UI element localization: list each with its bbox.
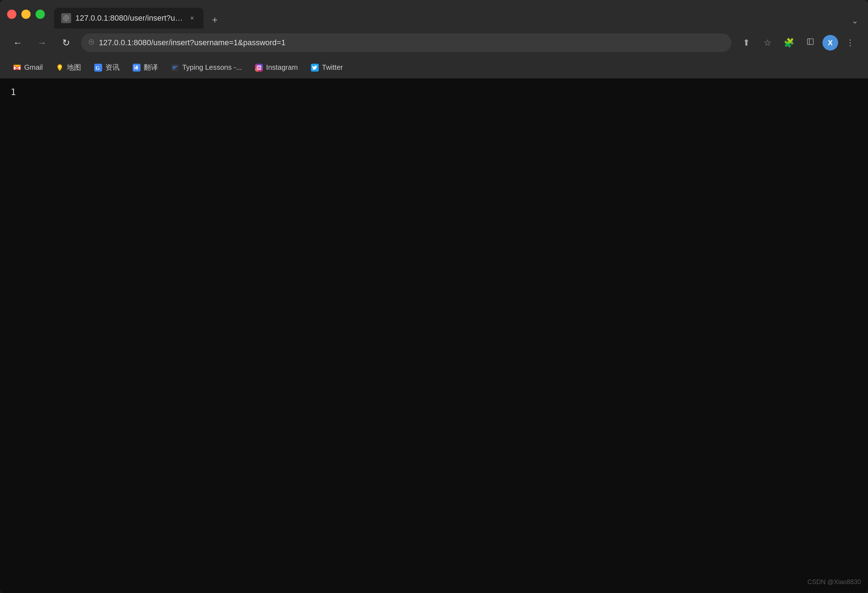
- bookmark-button[interactable]: ☆: [759, 34, 777, 52]
- profile-button[interactable]: X: [822, 35, 838, 50]
- svg-rect-12: [173, 66, 178, 67]
- tab-close-button[interactable]: ×: [188, 14, 196, 22]
- news-label: 资讯: [105, 63, 120, 72]
- menu-icon: ⋮: [846, 38, 855, 48]
- maps-icon: [56, 64, 64, 72]
- bookmark-maps[interactable]: 地图: [50, 61, 87, 74]
- nav-actions: ⬆ ☆ 🧩 X ⋮: [737, 34, 859, 52]
- translate-label: 翻译: [144, 63, 158, 72]
- gmail-icon: [13, 64, 21, 72]
- gmail-label: Gmail: [24, 64, 43, 71]
- page-content: 1: [0, 78, 868, 593]
- new-tab-button[interactable]: +: [206, 11, 223, 28]
- reload-button[interactable]: ↻: [57, 34, 75, 52]
- svg-rect-14: [173, 68, 175, 69]
- url-text: 127.0.0.1:8080/user/insert?username=1&pa…: [99, 38, 724, 47]
- lock-icon: [88, 39, 94, 47]
- svg-point-6: [59, 65, 61, 67]
- typing-icon: [171, 64, 179, 72]
- extension-button[interactable]: 🧩: [780, 34, 798, 52]
- tab-favicon: [61, 13, 71, 23]
- reload-icon: ↻: [62, 37, 70, 49]
- address-bar[interactable]: 127.0.0.1:8080/user/insert?username=1&pa…: [81, 34, 731, 52]
- page-response-text: 1: [11, 86, 857, 99]
- title-bar: 127.0.0.1:8080/user/insert?use... × + ⌄: [0, 0, 868, 28]
- share-button[interactable]: ⬆: [737, 34, 756, 52]
- svg-rect-13: [173, 67, 176, 68]
- bookmarks-bar: Gmail 地图 G 资讯: [0, 57, 868, 78]
- typing-label: Typing Lessons -...: [182, 64, 242, 71]
- star-icon: ☆: [764, 38, 772, 48]
- nav-bar: ← → ↻ 127.0.0.1:8080/user/insert?usernam…: [0, 28, 868, 57]
- tab-title: 127.0.0.1:8080/user/insert?use...: [75, 13, 183, 23]
- watermark: CSDN @Xiao8830: [807, 578, 861, 586]
- sidebar-icon: [806, 38, 814, 48]
- forward-button[interactable]: →: [33, 34, 51, 52]
- translate-icon: 译: [132, 64, 141, 72]
- bookmark-translate[interactable]: 译 翻译: [127, 61, 164, 74]
- share-icon: ⬆: [743, 38, 750, 48]
- tab-dropdown-button[interactable]: ⌄: [849, 13, 861, 28]
- bookmark-instagram[interactable]: Instagram: [249, 61, 303, 74]
- menu-button[interactable]: ⋮: [841, 34, 859, 52]
- active-tab[interactable]: 127.0.0.1:8080/user/insert?use... ×: [54, 8, 204, 28]
- minimize-button[interactable]: [21, 10, 31, 19]
- twitter-label: Twitter: [322, 64, 343, 71]
- browser-window: 127.0.0.1:8080/user/insert?use... × + ⌄ …: [0, 0, 868, 593]
- svg-text:G: G: [96, 65, 100, 71]
- svg-text:译: 译: [134, 65, 139, 70]
- twitter-icon: [310, 64, 319, 72]
- maps-label: 地图: [67, 63, 81, 72]
- sidebar-button[interactable]: [801, 34, 819, 52]
- bookmark-typing[interactable]: Typing Lessons -...: [165, 61, 248, 74]
- back-icon: ←: [13, 37, 22, 49]
- tab-bar: 127.0.0.1:8080/user/insert?use... × + ⌄: [54, 0, 861, 28]
- svg-rect-15: [255, 64, 263, 71]
- instagram-label: Instagram: [266, 64, 298, 71]
- news-icon: G: [94, 64, 102, 72]
- svg-rect-3: [807, 39, 813, 45]
- traffic-lights: [7, 10, 45, 19]
- back-button[interactable]: ←: [9, 34, 27, 52]
- puzzle-icon: 🧩: [784, 38, 794, 48]
- close-button[interactable]: [7, 10, 16, 19]
- forward-icon: →: [37, 37, 47, 49]
- bookmark-news[interactable]: G 资讯: [88, 61, 125, 74]
- bookmark-twitter[interactable]: Twitter: [305, 61, 348, 74]
- bookmark-gmail[interactable]: Gmail: [7, 61, 49, 74]
- maximize-button[interactable]: [35, 10, 45, 19]
- svg-point-18: [260, 65, 261, 66]
- instagram-icon: [255, 64, 263, 72]
